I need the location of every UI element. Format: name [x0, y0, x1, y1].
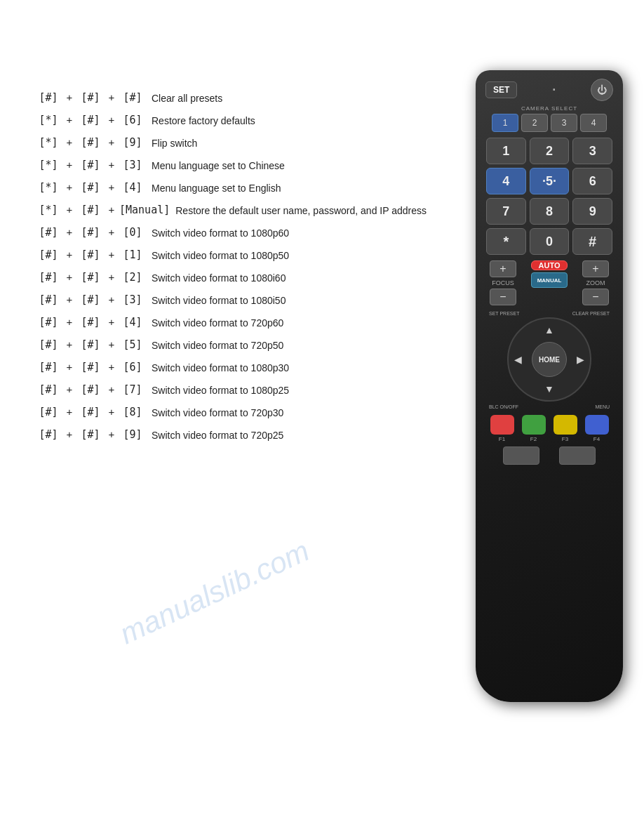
key3: [9]: [119, 428, 146, 441]
cmd-description: Flip switch: [146, 136, 442, 151]
key2: [#]: [77, 406, 104, 418]
key2: [#]: [77, 249, 104, 261]
key2: [#]: [77, 204, 104, 216]
camera-button-3[interactable]: 3: [551, 114, 577, 132]
bottom-left-button[interactable]: [503, 446, 539, 465]
num-button-0[interactable]: 0: [530, 228, 570, 255]
clear-preset-label: CLEAR PRESET: [572, 311, 610, 316]
key1: [#]: [35, 338, 62, 351]
camera-button-1[interactable]: 1: [492, 114, 518, 132]
key3: [3]: [119, 293, 146, 306]
table-row: [#] + [#] + [3] Switch video format to 1…: [35, 293, 442, 312]
zoom-label: ZOOM: [586, 279, 605, 286]
num-button-6[interactable]: 6: [572, 168, 612, 194]
key2: [#]: [77, 136, 104, 149]
manual-button[interactable]: MANUAL: [531, 272, 568, 288]
key1: [#]: [35, 406, 62, 418]
color-buttons-row: F1 F2 F3 F4: [483, 415, 616, 442]
cmd-description: Switch video format to 1080i60: [146, 271, 442, 286]
plus2: +: [104, 293, 119, 305]
plus2: +: [104, 361, 119, 373]
num-button-7[interactable]: 7: [486, 198, 526, 225]
key1: [#]: [35, 316, 62, 329]
plus2: +: [104, 249, 119, 260]
zoom-plus-button[interactable]: +: [582, 260, 609, 277]
plus2: +: [104, 271, 119, 283]
f1-button[interactable]: [490, 415, 514, 435]
table-row: [*] + [#] + [9] Flip switch: [35, 136, 442, 154]
plus1: +: [62, 136, 77, 148]
table-row: [#] + [#] + [6] Switch video format to 1…: [35, 361, 442, 379]
nav-down-button[interactable]: ▼: [544, 383, 554, 395]
num-button-2[interactable]: 2: [530, 138, 570, 164]
home-button[interactable]: HOME: [532, 342, 567, 377]
num-button-#[interactable]: #: [572, 228, 612, 255]
num-button-3[interactable]: 3: [572, 138, 612, 164]
bottom-right-button[interactable]: [559, 446, 596, 465]
key2: [#]: [77, 428, 104, 441]
set-button[interactable]: SET: [485, 81, 517, 98]
table-row: [#] + [#] + [8] Switch video format to 7…: [35, 406, 442, 424]
plus1: +: [62, 316, 77, 328]
plus1: +: [62, 114, 77, 126]
camera-select-label: CAMERA SELECT: [483, 105, 616, 112]
table-row: [#] + [#] + [1] Switch video format to 1…: [35, 249, 442, 267]
plus2: +: [104, 428, 119, 440]
nav-right-button[interactable]: ▶: [577, 354, 584, 365]
table-row: [*] + [#] + [4] Menu language set to Eng…: [35, 181, 442, 199]
cmd-description: Restore the default user name, password,…: [170, 204, 442, 218]
num-button-5[interactable]: ·5·: [530, 168, 570, 194]
num-button-9[interactable]: 9: [572, 198, 612, 225]
key1: [#]: [35, 249, 62, 261]
num-button-8[interactable]: 8: [530, 198, 570, 225]
focus-plus-button[interactable]: +: [490, 260, 516, 277]
f4-button[interactable]: [585, 415, 609, 435]
f3-button[interactable]: [554, 415, 577, 435]
auto-button[interactable]: AUTO: [531, 260, 568, 270]
focus-minus-button[interactable]: −: [490, 289, 516, 305]
plus2: +: [104, 91, 119, 103]
num-button-4[interactable]: 4: [486, 168, 526, 194]
key2: [#]: [77, 91, 104, 104]
camera-button-2[interactable]: 2: [521, 114, 548, 132]
plus1: +: [62, 293, 77, 305]
zoom-minus-button[interactable]: −: [582, 289, 609, 305]
plus1: +: [62, 249, 77, 260]
table-row: [#] + [#] + [5] Switch video format to 7…: [35, 338, 442, 357]
cmd-description: Switch video format to 720p60: [146, 316, 442, 331]
key3: [#]: [119, 91, 146, 104]
table-row: [#] + [#] + [#] Clear all presets: [35, 91, 442, 110]
watermark: manualslib.com: [115, 534, 315, 651]
num-button-1[interactable]: 1: [486, 138, 526, 164]
camera-button-4[interactable]: 4: [580, 114, 607, 132]
table-row: [*] + [#] + [6] Restore factory defaults: [35, 114, 442, 132]
key3: [7]: [119, 383, 146, 396]
plus2: +: [104, 204, 119, 216]
f2-label: F2: [530, 436, 537, 442]
table-row: [*] + [#] + [3] Menu language set to Chi…: [35, 159, 442, 177]
nav-circle: ▲ ▼ ◀ ▶ HOME: [507, 317, 591, 402]
f1-label: F1: [499, 436, 505, 442]
key3: [4]: [119, 316, 146, 329]
key1: [*]: [35, 136, 62, 149]
cmd-description: Switch video format to 1080p30: [146, 361, 442, 376]
number-grid: 1234·5·6789*0#: [483, 138, 616, 255]
key2: [#]: [77, 181, 104, 194]
plus1: +: [62, 428, 77, 440]
key3: [8]: [119, 406, 146, 418]
nav-left-button[interactable]: ◀: [514, 354, 522, 365]
table-row: [#] + [#] + [2] Switch video format to 1…: [35, 271, 442, 289]
key3: [3]: [119, 159, 146, 171]
f2-button[interactable]: [522, 415, 546, 435]
plus1: +: [62, 204, 77, 216]
cmd-description: Switch video format to 1080i50: [146, 293, 442, 308]
power-button[interactable]: ⏻: [591, 79, 613, 101]
key1: [*]: [35, 114, 62, 126]
nav-up-button[interactable]: ▲: [544, 324, 554, 336]
cmd-description: Switch video format to 720p30: [146, 406, 442, 421]
cmd-description: Switch video format to 1080p50: [146, 249, 442, 263]
cmd-description: Switch video format to 1080p25: [146, 383, 442, 398]
key2: [#]: [77, 293, 104, 306]
menu-label: MENU: [595, 404, 610, 409]
num-button-*[interactable]: *: [486, 228, 526, 255]
